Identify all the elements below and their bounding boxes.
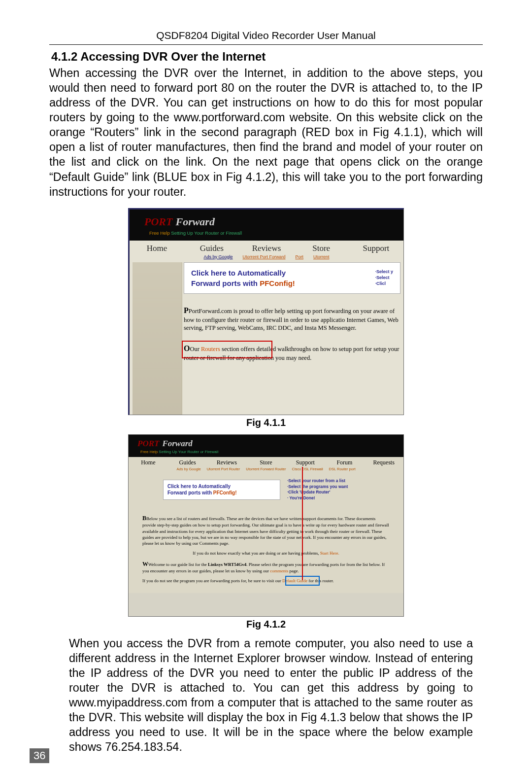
pf2-promo-row: Click here to Automatically Forward port… bbox=[129, 473, 403, 510]
nav-reviews[interactable]: Reviews bbox=[239, 244, 294, 253]
pf-tagline: Free Help Setting Up Your Router or Fire… bbox=[130, 230, 403, 241]
pf2-text-block: BBelow you see a list of routers and fir… bbox=[129, 509, 403, 593]
pf2-tag-rest: Setting Up Your Router or Firewall bbox=[159, 450, 218, 454]
figure-4-1-2: PORT Forward Free Help Setting Up Your R… bbox=[128, 434, 404, 630]
default-guide-link[interactable]: Default Guide bbox=[282, 578, 307, 584]
pf2-t3e: page. bbox=[288, 568, 299, 573]
nav2-requests[interactable]: Requests bbox=[364, 459, 403, 466]
section-title: 4.1.2 Accessing DVR Over the Internet bbox=[51, 50, 483, 64]
manual-page: QSDF8204 Digital Video Recorder User Man… bbox=[0, 0, 532, 772]
pf2-steps: ·Select your router from a list ·Select … bbox=[287, 478, 348, 502]
pf2-t3a: Welcome to our guide list for the bbox=[148, 562, 208, 567]
pf2-logo: PORT Forward bbox=[129, 435, 403, 450]
pf2-subnav: Ads by Google Utorrent Port Router Utorr… bbox=[129, 466, 403, 473]
ad-link-3[interactable]: Utorrent bbox=[313, 254, 330, 259]
sub2-4[interactable]: DSL Router port bbox=[329, 467, 356, 471]
pf2-t2a: If you do not know exactly what you are … bbox=[193, 551, 320, 556]
pf2-nav: Home Guides Reviews Store Support Forum … bbox=[129, 457, 403, 466]
ad-link-2[interactable]: Port bbox=[296, 254, 304, 259]
pf-sidebar bbox=[133, 262, 182, 415]
promo-line-1: Click here to Automatically bbox=[191, 269, 286, 277]
pf-p2a: Our bbox=[190, 346, 201, 352]
manual-header: QSDF8204 Digital Video Recorder User Man… bbox=[49, 30, 483, 41]
pf2-t1: BBelow you see a list of routers and fir… bbox=[142, 514, 390, 546]
pf2-pfconfig: PFConfig! bbox=[213, 490, 237, 495]
fig-4-1-2-caption: Fig 4.1.2 bbox=[128, 619, 404, 630]
pf-paragraph-1: PPortForward.com is proud to offer help … bbox=[184, 306, 400, 332]
fig-4-1-1-caption: Fig 4.1.1 bbox=[128, 417, 404, 428]
pf-tag-rest: Setting Up Your Router or Firewall bbox=[171, 230, 242, 236]
pf-p1-text: PortForward.com is proud to offer help s… bbox=[184, 308, 399, 331]
paragraph-2: When you access the DVR from a remote co… bbox=[69, 636, 473, 755]
fig-4-1-2-screenshot: PORT Forward Free Help Setting Up Your R… bbox=[128, 434, 404, 617]
fig-4-1-1-screenshot: PORT Forward Free Help Setting Up Your R… bbox=[128, 208, 404, 415]
pf-tag-free: Free Help bbox=[149, 230, 170, 236]
pf2-t4a: If you do not see the program you are fo… bbox=[142, 578, 282, 583]
nav2-forum[interactable]: Forum bbox=[325, 459, 365, 466]
pf2-promo-l2a: Forward ports with bbox=[167, 490, 213, 495]
pf-promo-main: Click here to Automatically Forward port… bbox=[191, 268, 370, 288]
sub2-2[interactable]: Utorrent Forward Router bbox=[246, 467, 286, 471]
sub2-1[interactable]: Utorrent Port Router bbox=[207, 467, 240, 471]
pf2-t2: If you do not know exactly what you are … bbox=[142, 550, 390, 556]
pf2-t4c: for this router. bbox=[307, 578, 334, 583]
nav2-reviews[interactable]: Reviews bbox=[207, 459, 246, 466]
pf-promo-side: ·Select y ·Select ·Clicl bbox=[375, 269, 393, 286]
sub2-3[interactable]: Cisco DSL Firewall bbox=[292, 467, 323, 471]
page-number: 36 bbox=[30, 748, 49, 763]
pf2-router-model: Linksys WRT54Gv4 bbox=[208, 562, 246, 567]
pf2-t4: If you do not see the program you are fo… bbox=[142, 578, 390, 584]
nav2-home[interactable]: Home bbox=[129, 459, 168, 466]
promo-pfconfig: PFConfig! bbox=[260, 279, 295, 287]
figure-4-1-1: PORT Forward Free Help Setting Up Your R… bbox=[128, 208, 404, 428]
pf2-t1-text: Below you see a list of routers and fire… bbox=[142, 516, 389, 546]
sub2-0: Ads by Google bbox=[176, 467, 200, 471]
pf2-tagline: Free Help Setting Up Your Router or Fire… bbox=[129, 450, 403, 457]
pf2-promo-box[interactable]: Click here to Automatically Forward port… bbox=[163, 480, 280, 500]
nav-guides[interactable]: Guides bbox=[184, 244, 239, 253]
pf-promo-box[interactable]: Click here to Automatically Forward port… bbox=[184, 262, 400, 294]
pf2-tag-free: Free Help bbox=[140, 450, 158, 454]
nav-home[interactable]: Home bbox=[130, 244, 184, 253]
ads-label: Ads by Google bbox=[203, 254, 233, 259]
paragraph-1: When accessing the DVR over the Internet… bbox=[49, 66, 483, 199]
pf-body: Click here to Automatically Forward port… bbox=[130, 262, 403, 415]
start-here-link[interactable]: Start Here. bbox=[320, 551, 339, 556]
pf-logo-port: PORT bbox=[144, 215, 172, 228]
pf2-promo-l1: Click here to Automatically bbox=[167, 484, 231, 489]
nav-support[interactable]: Support bbox=[349, 244, 403, 253]
pf-logo: PORT Forward bbox=[130, 210, 403, 230]
pf-subnav: Ads by Google Utorrent Port Forward Port… bbox=[130, 253, 403, 262]
pf2-t3: WWelcome to our guide list for the Links… bbox=[142, 560, 390, 574]
promo-line-2a: Forward ports with bbox=[191, 279, 260, 287]
ad-link-1[interactable]: Utorrent Port Forward bbox=[242, 254, 285, 259]
pf-nav: Home Guides Reviews Store Support bbox=[130, 241, 403, 253]
comments-link[interactable]: comments bbox=[270, 568, 288, 573]
pf2-logo-forward: Forward bbox=[162, 439, 192, 449]
header-rule bbox=[49, 44, 483, 45]
nav2-store[interactable]: Store bbox=[246, 459, 286, 466]
pf2-logo-port: PORT bbox=[137, 439, 159, 449]
pf-paragraph-2: OOur Routers section offers detailed wal… bbox=[184, 344, 400, 362]
routers-link[interactable]: Routers bbox=[201, 346, 220, 352]
nav2-support[interactable]: Support bbox=[286, 459, 325, 466]
nav2-guides[interactable]: Guides bbox=[168, 459, 207, 466]
pf-logo-forward: Forward bbox=[175, 215, 214, 228]
nav-store[interactable]: Store bbox=[294, 244, 349, 253]
